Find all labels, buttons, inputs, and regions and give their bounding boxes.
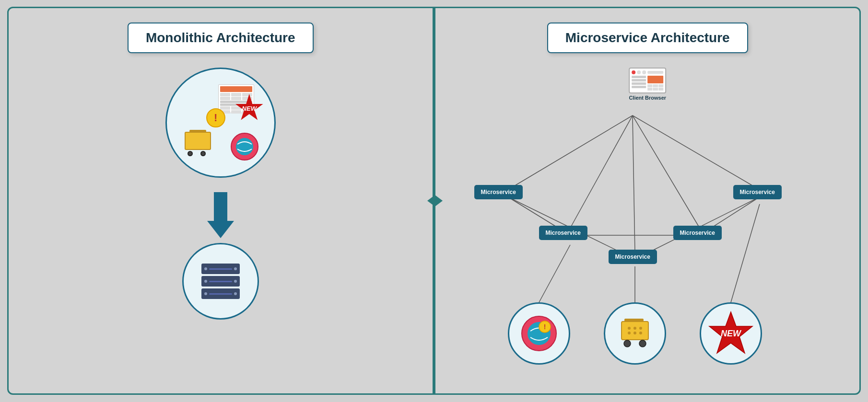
right-panel: Microservice Architecture <box>436 8 860 393</box>
microservice-box-1: Microservice <box>474 185 523 199</box>
browser-window <box>629 68 666 93</box>
warning-badge: ! <box>206 108 225 127</box>
svg-point-27 <box>633 332 636 334</box>
server-stack <box>201 264 240 299</box>
microservice-box-4: Microservice <box>673 226 722 240</box>
service-circle-center <box>604 302 666 365</box>
svg-point-24 <box>633 327 636 330</box>
microservice-box-5: Microservice <box>733 185 782 199</box>
svg-point-25 <box>639 327 642 330</box>
browser-btn-gray1 <box>637 70 641 74</box>
service-circle-left: ! <box>508 302 570 365</box>
microservice-diagram: Client Browser Microservice Microservice… <box>446 68 850 379</box>
down-arrow <box>207 192 234 238</box>
svg-point-1 <box>236 138 253 155</box>
browser-address-bar <box>647 71 663 74</box>
left-panel: Monolithic Architecture <box>9 8 434 393</box>
client-browser-container: Client Browser <box>629 68 666 101</box>
microservice-box-3: Microservice <box>609 250 657 264</box>
browser-btn-gray2 <box>642 70 646 74</box>
server-circle <box>182 243 259 320</box>
svg-line-14 <box>731 204 760 302</box>
browser-main-content <box>647 76 663 91</box>
svg-point-26 <box>628 332 631 334</box>
monolithic-title: Monolithic Architecture <box>128 23 314 53</box>
svg-text:!: ! <box>543 323 546 331</box>
svg-line-5 <box>633 115 700 228</box>
svg-line-12 <box>539 245 570 302</box>
microservice-box-2: Microservice <box>539 226 587 240</box>
client-browser-label: Client Browser <box>629 95 666 101</box>
svg-rect-19 <box>622 322 648 340</box>
divider-arrow <box>427 195 443 207</box>
svg-point-28 <box>639 332 642 334</box>
browser-btn-red <box>632 70 635 74</box>
microservice-title: Microservice Architecture <box>547 23 748 53</box>
phone-globe-icon <box>230 132 259 161</box>
svg-rect-20 <box>624 319 644 322</box>
main-container: Monolithic Architecture <box>7 7 861 395</box>
cart-icon <box>185 132 211 156</box>
mono-icons-group: ! NEW <box>177 80 264 166</box>
svg-point-22 <box>639 340 646 347</box>
browser-sidebar <box>632 76 646 91</box>
svg-line-3 <box>570 115 633 228</box>
svg-text:NEW: NEW <box>721 329 742 338</box>
svg-point-23 <box>628 327 631 330</box>
new-starburst: NEW <box>235 94 264 123</box>
browser-hero <box>647 76 663 83</box>
service-circle-right: NEW <box>700 302 762 365</box>
monolithic-circle: ! NEW <box>165 68 276 178</box>
svg-line-2 <box>508 115 633 190</box>
svg-line-4 <box>633 115 635 252</box>
svg-line-6 <box>633 115 760 190</box>
svg-point-21 <box>624 340 631 347</box>
browser-grid <box>647 84 663 91</box>
